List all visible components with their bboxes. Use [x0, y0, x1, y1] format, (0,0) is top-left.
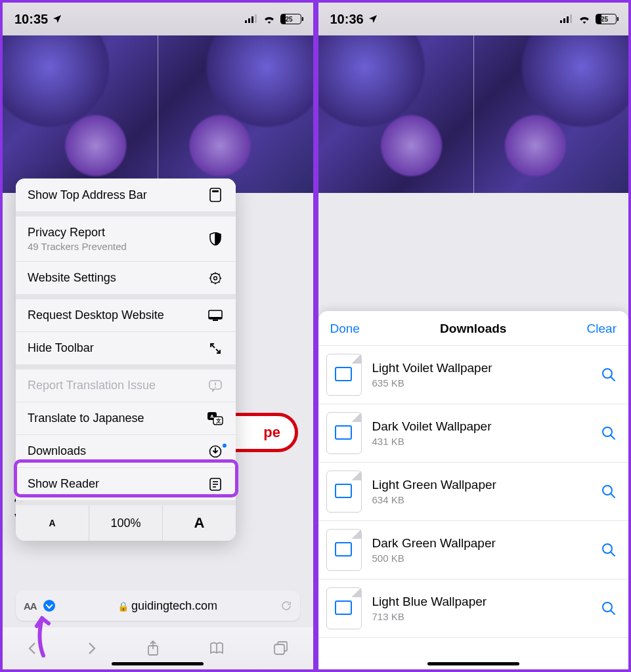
- request-desktop-item[interactable]: Request Desktop Website: [16, 299, 236, 332]
- downloads-item[interactable]: Downloads: [16, 435, 236, 468]
- gear-icon: [207, 272, 224, 285]
- report-icon: [207, 380, 224, 392]
- download-size: 713 KB: [372, 611, 591, 622]
- lock-icon: 🔒: [118, 601, 129, 612]
- download-row[interactable]: Light Blue Wallpaper 713 KB: [318, 579, 629, 638]
- done-button[interactable]: Done: [330, 322, 360, 336]
- wifi-icon: [263, 14, 276, 24]
- svg-line-47: [611, 610, 615, 614]
- svg-rect-1: [248, 18, 250, 23]
- download-name: Dark Green Wallpaper: [372, 536, 591, 551]
- shield-icon: [207, 232, 224, 245]
- bookmarks-icon[interactable]: [209, 642, 225, 655]
- menu-label: Show Reader: [28, 477, 99, 491]
- tabs-icon[interactable]: [274, 641, 288, 656]
- magnifier-icon[interactable]: [601, 367, 617, 383]
- download-row[interactable]: Dark Voilet Wallpaper 431 KB: [318, 404, 629, 463]
- menu-label: Show Top Address Bar: [28, 188, 147, 202]
- menu-label: Translate to Japanese: [28, 411, 144, 425]
- download-name: Dark Voilet Wallpaper: [372, 419, 591, 434]
- svg-point-21: [215, 387, 216, 388]
- zoom-out-button[interactable]: A: [16, 505, 89, 541]
- magnifier-icon[interactable]: [601, 542, 617, 558]
- location-icon: [368, 14, 378, 24]
- wallpaper-preview: [318, 35, 629, 193]
- sheet-title: Downloads: [440, 322, 506, 336]
- battery-icon: 25: [280, 14, 301, 24]
- clear-button[interactable]: Clear: [587, 322, 617, 336]
- menu-label: Website Settings: [28, 271, 116, 285]
- location-icon: [52, 14, 62, 24]
- arrow-annotation: [30, 613, 56, 659]
- privacy-report-item[interactable]: Privacy Report 49 Trackers Prevented: [16, 217, 236, 262]
- page-settings-menu: Show Top Address Bar Privacy Report 49 T…: [16, 178, 236, 541]
- reader-icon: [207, 478, 224, 491]
- desktop-icon: [207, 310, 224, 322]
- expand-icon: [207, 343, 224, 354]
- svg-rect-2: [251, 16, 253, 23]
- svg-line-14: [211, 282, 212, 283]
- svg-line-15: [219, 274, 220, 275]
- menu-label: Hide Toolbar: [28, 341, 94, 355]
- wifi-icon: [578, 14, 591, 24]
- svg-line-45: [611, 552, 615, 556]
- svg-text:文: 文: [215, 418, 221, 424]
- download-indicator-icon[interactable]: [43, 600, 55, 612]
- menu-label: Downloads: [28, 444, 86, 458]
- download-name: Light Voilet Wallpaper: [372, 361, 591, 375]
- magnifier-icon[interactable]: [601, 425, 617, 441]
- zoom-level[interactable]: 100%: [89, 505, 163, 541]
- zoom-controls: A 100% A: [16, 505, 236, 541]
- svg-line-41: [611, 435, 615, 439]
- download-size: 634 KB: [372, 494, 591, 505]
- home-indicator: [427, 662, 519, 665]
- show-top-address-bar-item[interactable]: Show Top Address Bar: [16, 178, 236, 211]
- share-icon[interactable]: [146, 640, 160, 656]
- svg-text:A: A: [210, 413, 214, 419]
- forward-icon[interactable]: [87, 642, 97, 655]
- status-bar: 10:35 25: [3, 3, 313, 35]
- status-time: 10:35: [14, 12, 48, 27]
- signal-icon: [560, 14, 573, 24]
- file-icon: [326, 529, 362, 571]
- svg-rect-35: [563, 18, 565, 23]
- file-icon: [326, 412, 362, 454]
- download-row[interactable]: Light Voilet Wallpaper 635 KB: [318, 346, 629, 404]
- signal-icon: [245, 14, 258, 24]
- svg-line-13: [219, 282, 220, 283]
- home-indicator: [112, 662, 204, 665]
- file-icon: [326, 587, 362, 629]
- svg-line-12: [211, 274, 212, 275]
- file-icon: [326, 471, 362, 513]
- aa-icon[interactable]: AA: [24, 600, 37, 612]
- website-settings-item[interactable]: Website Settings: [16, 262, 236, 294]
- download-icon: [207, 445, 224, 458]
- svg-rect-18: [213, 320, 218, 321]
- svg-rect-33: [274, 644, 284, 654]
- address-bar-icon: [207, 188, 224, 202]
- downloads-list: Light Voilet Wallpaper 635 KB Dark Voile…: [318, 346, 629, 638]
- reload-icon[interactable]: [280, 600, 292, 612]
- svg-rect-5: [212, 190, 219, 192]
- menu-label: Request Desktop Website: [28, 308, 164, 322]
- magnifier-icon[interactable]: [601, 484, 617, 499]
- status-time: 10:36: [330, 12, 364, 27]
- download-size: 500 KB: [372, 553, 591, 564]
- hide-toolbar-item[interactable]: Hide Toolbar: [16, 332, 236, 364]
- magnifier-icon[interactable]: [601, 600, 617, 616]
- download-name: Light Green Wallpaper: [372, 478, 591, 492]
- status-bar: 10:36 25: [318, 3, 629, 35]
- svg-line-43: [611, 494, 615, 497]
- downloads-sheet: Done Downloads Clear Light Voilet Wallpa…: [318, 311, 629, 669]
- battery-icon: 25: [596, 14, 617, 24]
- address-bar[interactable]: AA 🔒guidingtech.com: [16, 591, 300, 621]
- zoom-in-button[interactable]: A: [163, 505, 236, 541]
- show-reader-item[interactable]: Show Reader: [16, 468, 236, 500]
- svg-rect-37: [570, 14, 572, 23]
- download-row[interactable]: Light Green Wallpaper 634 KB: [318, 463, 629, 521]
- svg-rect-17: [209, 317, 222, 319]
- translate-icon: A文: [207, 412, 224, 425]
- download-row[interactable]: Dark Green Wallpaper 500 KB: [318, 521, 629, 579]
- menu-label: Report Translation Issue: [28, 379, 156, 392]
- translate-item[interactable]: Translate to Japanese A文: [16, 402, 236, 435]
